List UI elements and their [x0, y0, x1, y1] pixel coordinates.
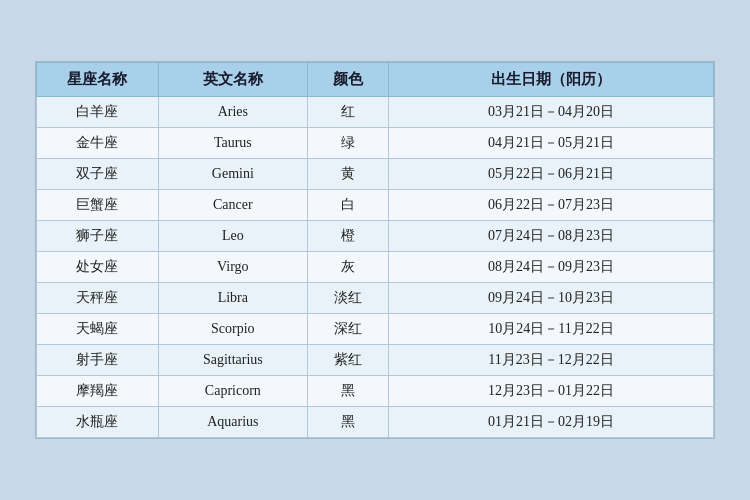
- cell-color: 深红: [307, 314, 388, 345]
- zodiac-table: 星座名称 英文名称 颜色 出生日期（阳历） 白羊座Aries红03月21日－04…: [36, 62, 714, 438]
- cell-en: Capricorn: [158, 376, 307, 407]
- zodiac-table-container: 星座名称 英文名称 颜色 出生日期（阳历） 白羊座Aries红03月21日－04…: [35, 61, 715, 439]
- cell-color: 黑: [307, 407, 388, 438]
- cell-en: Taurus: [158, 128, 307, 159]
- cell-date: 05月22日－06月21日: [389, 159, 714, 190]
- cell-date: 07月24日－08月23日: [389, 221, 714, 252]
- cell-date: 11月23日－12月22日: [389, 345, 714, 376]
- table-row: 射手座Sagittarius紫红11月23日－12月22日: [37, 345, 714, 376]
- table-row: 天秤座Libra淡红09月24日－10月23日: [37, 283, 714, 314]
- header-color: 颜色: [307, 63, 388, 97]
- cell-color: 黑: [307, 376, 388, 407]
- cell-en: Scorpio: [158, 314, 307, 345]
- cell-cn: 金牛座: [37, 128, 159, 159]
- cell-color: 灰: [307, 252, 388, 283]
- cell-date: 06月22日－07月23日: [389, 190, 714, 221]
- cell-cn: 处女座: [37, 252, 159, 283]
- cell-date: 12月23日－01月22日: [389, 376, 714, 407]
- cell-color: 淡红: [307, 283, 388, 314]
- cell-en: Libra: [158, 283, 307, 314]
- cell-color: 白: [307, 190, 388, 221]
- cell-cn: 巨蟹座: [37, 190, 159, 221]
- cell-date: 08月24日－09月23日: [389, 252, 714, 283]
- table-header-row: 星座名称 英文名称 颜色 出生日期（阳历）: [37, 63, 714, 97]
- table-row: 狮子座Leo橙07月24日－08月23日: [37, 221, 714, 252]
- header-date: 出生日期（阳历）: [389, 63, 714, 97]
- cell-color: 橙: [307, 221, 388, 252]
- cell-en: Virgo: [158, 252, 307, 283]
- table-row: 巨蟹座Cancer白06月22日－07月23日: [37, 190, 714, 221]
- cell-color: 黄: [307, 159, 388, 190]
- cell-en: Leo: [158, 221, 307, 252]
- cell-cn: 白羊座: [37, 97, 159, 128]
- cell-cn: 摩羯座: [37, 376, 159, 407]
- table-body: 白羊座Aries红03月21日－04月20日金牛座Taurus绿04月21日－0…: [37, 97, 714, 438]
- table-row: 摩羯座Capricorn黑12月23日－01月22日: [37, 376, 714, 407]
- cell-date: 10月24日－11月22日: [389, 314, 714, 345]
- cell-cn: 水瓶座: [37, 407, 159, 438]
- table-row: 双子座Gemini黄05月22日－06月21日: [37, 159, 714, 190]
- cell-en: Aquarius: [158, 407, 307, 438]
- cell-cn: 狮子座: [37, 221, 159, 252]
- cell-en: Gemini: [158, 159, 307, 190]
- cell-cn: 天蝎座: [37, 314, 159, 345]
- cell-color: 红: [307, 97, 388, 128]
- header-cn: 星座名称: [37, 63, 159, 97]
- table-row: 水瓶座Aquarius黑01月21日－02月19日: [37, 407, 714, 438]
- cell-cn: 射手座: [37, 345, 159, 376]
- cell-cn: 天秤座: [37, 283, 159, 314]
- cell-date: 09月24日－10月23日: [389, 283, 714, 314]
- cell-color: 绿: [307, 128, 388, 159]
- cell-date: 04月21日－05月21日: [389, 128, 714, 159]
- table-row: 金牛座Taurus绿04月21日－05月21日: [37, 128, 714, 159]
- table-row: 白羊座Aries红03月21日－04月20日: [37, 97, 714, 128]
- cell-date: 01月21日－02月19日: [389, 407, 714, 438]
- cell-date: 03月21日－04月20日: [389, 97, 714, 128]
- table-row: 处女座Virgo灰08月24日－09月23日: [37, 252, 714, 283]
- header-en: 英文名称: [158, 63, 307, 97]
- cell-en: Sagittarius: [158, 345, 307, 376]
- table-row: 天蝎座Scorpio深红10月24日－11月22日: [37, 314, 714, 345]
- cell-cn: 双子座: [37, 159, 159, 190]
- cell-color: 紫红: [307, 345, 388, 376]
- cell-en: Cancer: [158, 190, 307, 221]
- cell-en: Aries: [158, 97, 307, 128]
